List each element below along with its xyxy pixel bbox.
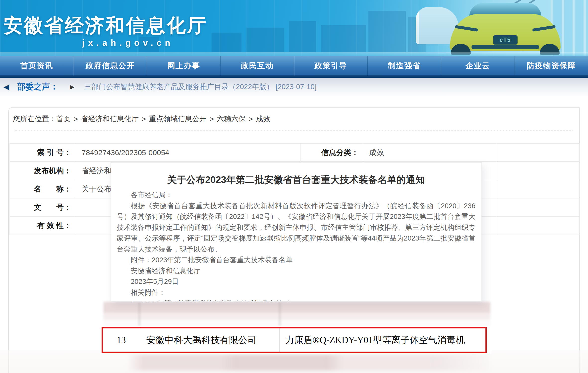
table-row-right: 信息分类： 成效 xyxy=(300,144,384,162)
banner-car-photo: eT5 xyxy=(419,0,588,56)
breadcrumb-separator: > xyxy=(74,115,78,123)
breadcrumb: 您所在位置： 首页 > 省经济和信息化厅 > 重点领域信息公开 > 六稳六保 >… xyxy=(13,114,270,124)
photo-blue-tint xyxy=(419,0,588,56)
info-value: 关于公布 xyxy=(75,180,112,198)
main-nav: 首页资讯 政府信息公开 网上办事 政民互动 政策引导 制造强省 企业云 防疫物资… xyxy=(0,56,588,75)
notice-paragraph: 根据《安徽省首台套重大技术装备首批次新材料首版次软件评定管理暂行办法》（皖经信装… xyxy=(117,200,475,255)
breadcrumb-item-six-stability[interactable]: 六稳六保 xyxy=(217,114,246,124)
table-row: 索 引 号： 784927436/202305-00054 信息分类： 成效 xyxy=(10,144,579,162)
info-label: 文 号： xyxy=(10,198,75,216)
highlight-index-cell: 13 xyxy=(103,328,140,352)
table-grid-line xyxy=(497,144,497,235)
notice-panel: 关于公布2023年第二批安徽省首台套重大技术装备名单的通知 各市经信局： 根据《… xyxy=(111,163,481,301)
notice-paragraph: 2023年5月29日 xyxy=(117,276,475,287)
news-ticker: ◀ 部委之声： ▶ 三部门公布智慧健康养老产品及服务推广目录（2022年版） [… xyxy=(0,78,588,96)
blurred-row-above xyxy=(103,302,490,326)
site-title: 安徽省经济和信息化厅 xyxy=(3,13,215,39)
breadcrumb-item-key-info-disclosure[interactable]: 重点领域信息公开 xyxy=(149,114,207,124)
breadcrumb-prefix: 您所在位置： xyxy=(13,114,56,124)
notice-paragraph: 各市经信局： xyxy=(117,189,475,200)
ticker-prev-icon[interactable]: ◀ xyxy=(3,82,9,91)
skyline-building xyxy=(246,28,284,52)
info-label: 索 引 号： xyxy=(10,144,75,161)
nav-item-public-interaction[interactable]: 政民互动 xyxy=(220,56,294,75)
info-value: 成效 xyxy=(369,148,384,158)
nav-bottom-strip xyxy=(0,75,588,78)
skyline-water xyxy=(0,52,588,56)
nav-item-online-services[interactable]: 网上办事 xyxy=(147,56,220,75)
nav-item-enterprise-cloud[interactable]: 企业云 xyxy=(441,56,514,75)
notice-paragraph: 附件：2023年第二批安徽省首台套重大技术装备名单 xyxy=(117,254,475,265)
breadcrumb-item-results[interactable]: 成效 xyxy=(256,114,270,124)
site-url: jx.ah.gov.cn xyxy=(82,38,174,48)
breadcrumb-item-home[interactable]: 首页 xyxy=(56,114,71,124)
site-banner: eT5 安徽省经济和信息化厅 jx.ah.gov.cn xyxy=(0,0,588,56)
info-value: 784927436/202305-00054 xyxy=(75,144,169,161)
skyline-building xyxy=(368,11,406,52)
nav-item-policy-guidance[interactable]: 政策引导 xyxy=(294,56,367,75)
info-value xyxy=(75,217,82,235)
nav-item-home-news[interactable]: 首页资讯 xyxy=(0,56,73,75)
ticker-next-icon[interactable]: ▶ xyxy=(70,83,74,90)
breadcrumb-item-department[interactable]: 省经济和信息化厅 xyxy=(81,114,139,124)
breadcrumb-separator: > xyxy=(249,115,253,123)
blurred-row-below xyxy=(105,355,489,371)
info-value: 省经济和 xyxy=(75,162,112,180)
info-label: 发布机构： xyxy=(10,162,75,180)
ticker-headline-link[interactable]: 三部门公布智慧健康养老产品及服务推广目录（2022年版） [2023-07-10… xyxy=(84,82,317,92)
notice-paragraph: 相关附件： xyxy=(117,287,475,298)
highlight-company-cell: 安徽中科大禹科技有限公司 xyxy=(140,328,280,352)
info-value xyxy=(75,198,82,216)
nav-item-manufacturing-province[interactable]: 制造强省 xyxy=(367,56,441,75)
highlight-product-cell: 力康盾®Q-ZKDY-Y01型等离子体空气消毒机 xyxy=(280,328,485,352)
nav-item-epidemic-supplies[interactable]: 防疫物资保障 xyxy=(515,56,588,75)
skyline-building xyxy=(321,25,366,52)
attachment-link[interactable]: 1、2023年第二批安徽省首台套重大技术装备名单.xlsx xyxy=(117,298,475,301)
nav-item-gov-info-disclosure[interactable]: 政府信息公开 xyxy=(73,56,147,75)
breadcrumb-separator: > xyxy=(210,115,214,123)
notice-paragraph: 安徽省经济和信息化厅 xyxy=(117,265,475,276)
highlight-row: 13 安徽中科大禹科技有限公司 力康盾®Q-ZKDY-Y01型等离子体空气消毒机 xyxy=(102,327,487,353)
notice-title: 关于公布2023年第二批安徽省首台套重大技术装备名单的通知 xyxy=(117,174,475,186)
skyline-building xyxy=(212,33,241,52)
breadcrumb-separator: > xyxy=(142,115,146,123)
notice-body: 各市经信局： 根据《安徽省首台套重大技术装备首批次新材料首版次软件评定管理暂行办… xyxy=(117,189,475,301)
ticker-label: 部委之声： xyxy=(17,81,58,92)
info-label: 信息分类： xyxy=(300,148,363,158)
info-label: 名 称： xyxy=(10,180,75,198)
dotted-divider xyxy=(15,130,573,130)
skyline-building xyxy=(289,21,316,52)
info-label: 有 效 性： xyxy=(10,217,75,235)
